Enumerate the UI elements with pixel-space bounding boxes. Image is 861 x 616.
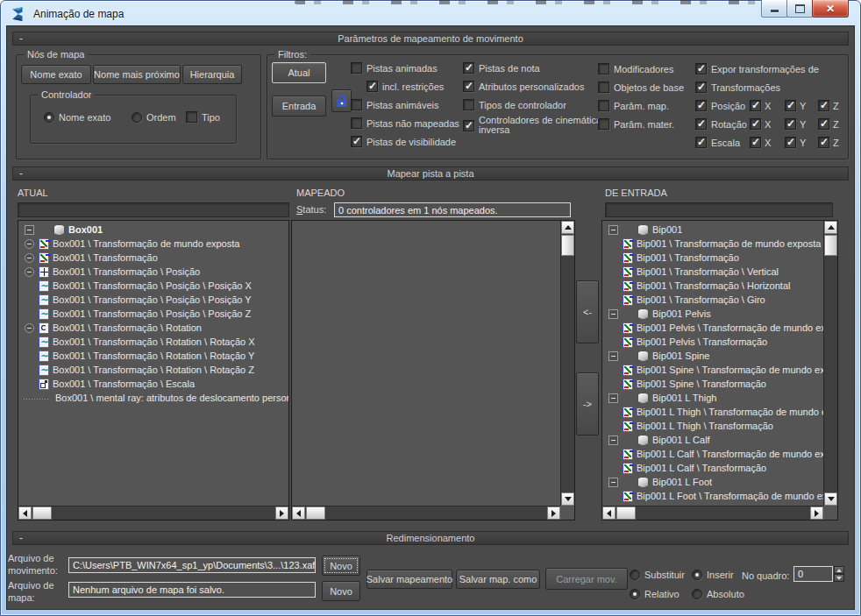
horizontal-scrollbar[interactable] (292, 506, 560, 520)
checkbox-axis-x[interactable] (750, 100, 761, 111)
frame-number-field[interactable]: 0 (793, 566, 833, 582)
scroll-left-button[interactable] (18, 506, 32, 520)
map-left-button[interactable]: <- (576, 280, 599, 343)
tree-row[interactable]: Box001 \ Transformação \ Rotation (18, 321, 288, 335)
checkbox[interactable] (598, 63, 609, 74)
scroll-up-button[interactable] (561, 221, 574, 234)
tree-row[interactable]: Bip001 Spine \ Transformação de mundo ex… (602, 363, 823, 377)
tree-row[interactable]: Box001 \ Transformação (18, 251, 288, 265)
checkbox[interactable] (695, 118, 707, 130)
scrollbar-thumb[interactable] (616, 506, 636, 520)
checkbox[interactable] (598, 81, 609, 93)
checkbox[interactable] (351, 62, 362, 74)
incoming-tree-panel[interactable]: Bip001Bip001 \ Transformação de mundo ex… (601, 220, 838, 520)
tree-row[interactable]: Box001 \ Transformação \ Posição \ Posiç… (18, 279, 288, 293)
tree-row[interactable]: Box001 \ Transformação \ Posição (18, 265, 288, 279)
current-filter-button[interactable]: Atual (272, 62, 326, 83)
tree-row[interactable]: Box001 \ Transformação de mundo exposta (18, 237, 288, 251)
incoming-filter-input[interactable] (605, 202, 833, 217)
tree-row[interactable]: Box001 \ Transformação \ Posição \ Posiç… (18, 293, 288, 307)
scroll-up-button[interactable] (824, 221, 837, 234)
checkbox[interactable] (695, 100, 707, 111)
tree-row[interactable]: Box001 (18, 223, 288, 237)
relative-radio[interactable] (630, 589, 640, 599)
vertical-scrollbar[interactable] (823, 221, 837, 506)
load-motion-button[interactable]: Carregar mov. (545, 568, 628, 590)
insert-radio[interactable] (692, 570, 702, 580)
minimize-button[interactable] (761, 0, 788, 18)
tree-row[interactable]: Bip001 (602, 223, 823, 237)
checkbox[interactable] (463, 120, 474, 131)
collapse-icon[interactable] (24, 322, 35, 334)
incoming-filter-button[interactable]: Entrada (272, 96, 326, 117)
title-bar[interactable]: Animação de mapa (7, 0, 744, 25)
vertical-scrollbar[interactable] (560, 221, 574, 506)
new-map-button[interactable]: Novo (322, 581, 360, 601)
frame-spinner-up[interactable] (834, 566, 844, 574)
checkbox-axis-y[interactable] (785, 137, 796, 148)
checkbox[interactable] (598, 118, 609, 130)
checkbox[interactable] (463, 99, 474, 110)
checkbox[interactable] (463, 62, 474, 74)
tree-row[interactable]: Bip001 L Foot \ Transformação de mundo e… (602, 489, 823, 503)
checkbox[interactable] (351, 136, 362, 147)
tree-row[interactable]: Box001 \ Transformação \ Escala (18, 377, 288, 391)
save-mapping-as-button[interactable]: Salvar map. como (456, 570, 540, 589)
scrollbar-thumb[interactable] (32, 506, 52, 520)
checkbox-axis-y[interactable] (785, 100, 796, 111)
current-filter-input[interactable] (18, 202, 289, 217)
rollout-header-retargeting[interactable]: - Redimensionamento (12, 531, 849, 545)
checkbox[interactable] (598, 100, 609, 111)
tree-row[interactable]: Box001 \ Transformação \ Rotation \ Rota… (18, 335, 288, 349)
exact-name-radio[interactable] (44, 112, 54, 123)
tree-row[interactable]: Bip001 \ Transformação \ Vertical (602, 265, 823, 279)
checkbox[interactable] (695, 81, 707, 93)
map-file-field[interactable]: Nenhum arquivo de mapa foi salvo. (68, 582, 316, 598)
tree-row[interactable]: Box001 \ Transformação \ Posição \ Posiç… (18, 307, 288, 321)
collapse-icon[interactable] (608, 224, 619, 236)
tree-row[interactable]: Box001 \ mental ray: atributos de desloc… (18, 391, 288, 405)
replace-radio[interactable] (630, 570, 640, 580)
map-right-button[interactable]: -> (576, 372, 599, 435)
scroll-down-button[interactable] (824, 492, 837, 506)
tree-row[interactable]: Bip001 Pelvis \ Transformação (602, 335, 823, 349)
collapse-icon[interactable] (608, 350, 619, 362)
scroll-left-button[interactable] (602, 506, 616, 520)
collapse-icon[interactable]: - (19, 167, 23, 180)
collapse-icon[interactable] (24, 252, 35, 264)
type-checkbox[interactable] (186, 111, 197, 123)
exact-name-button[interactable]: Nome exato (21, 65, 91, 84)
tree-row[interactable]: Bip001 L Calf \ Transformação (602, 461, 823, 475)
checkbox-axis-z[interactable] (818, 100, 829, 111)
tree-row[interactable]: Bip001 L Calf \ Transformação de mundo e… (602, 447, 823, 461)
collapse-icon[interactable] (24, 238, 35, 250)
checkbox-axis-x[interactable] (750, 137, 761, 148)
scrollbar-thumb[interactable] (306, 506, 325, 520)
checkbox[interactable] (695, 137, 707, 148)
horizontal-scrollbar[interactable] (18, 506, 288, 520)
tree-row[interactable]: Bip001 Spine \ Transformação (602, 377, 823, 391)
tree-row[interactable]: Bip001 L Calf (602, 433, 823, 447)
collapse-icon[interactable] (24, 224, 35, 236)
current-tree-panel[interactable]: Box001Box001 \ Transformação de mundo ex… (18, 220, 289, 520)
checkbox[interactable] (351, 99, 362, 110)
closest-name-button[interactable]: Nome mais próximo (93, 65, 181, 84)
checkbox-axis-z[interactable] (818, 118, 829, 130)
tree-row[interactable]: Bip001 Spine (602, 349, 823, 363)
collapse-icon[interactable] (608, 477, 619, 488)
tree-row[interactable]: Bip001 Pelvis \ Transformação de mundo e… (602, 321, 823, 335)
tree-row[interactable]: Bip001 Pelvis (602, 307, 823, 321)
tree-row[interactable]: Bip001 \ Transformação de mundo exposta (602, 237, 823, 251)
checkbox[interactable] (463, 81, 474, 92)
checkbox[interactable] (351, 117, 362, 129)
close-button[interactable]: ✕ (812, 0, 849, 18)
rollout-header-parameters[interactable]: - Parâmetros de mapeamento de movimento (12, 32, 849, 46)
tree-row[interactable]: Box001 \ Transformação \ Rotation \ Rota… (18, 363, 288, 377)
checkbox-axis-x[interactable] (750, 118, 761, 130)
new-motion-button[interactable]: Novo (322, 556, 360, 576)
save-mapping-button[interactable]: Salvar mapeamento (366, 570, 452, 589)
absolute-radio[interactable] (692, 589, 702, 599)
tree-row[interactable]: Bip001 \ Transformação (602, 251, 823, 265)
collapse-icon[interactable] (608, 393, 619, 404)
order-radio[interactable] (132, 112, 142, 123)
